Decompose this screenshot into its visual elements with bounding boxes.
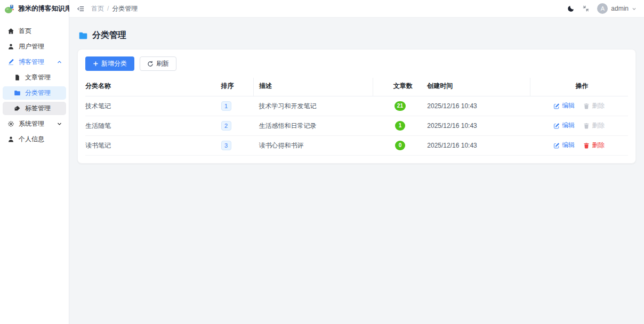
header-actions: 操作 xyxy=(530,78,628,96)
article-count-badge: 1 xyxy=(395,121,405,131)
sidebar-item-label: 用户管理 xyxy=(19,42,44,51)
blog-icon xyxy=(7,59,14,66)
edit-icon xyxy=(553,123,560,129)
trash-icon xyxy=(583,103,590,109)
article-count-badge: 0 xyxy=(395,141,405,150)
delete-button[interactable]: 删除 xyxy=(583,141,605,150)
sidebar-item-label: 个人信息 xyxy=(19,135,44,144)
chevron-down-icon xyxy=(632,6,637,11)
folder-icon xyxy=(13,90,21,96)
main-content: 分类管理 新增分类 刷新 分 xyxy=(69,18,644,324)
edit-label: 编辑 xyxy=(562,141,575,150)
edit-icon xyxy=(553,142,560,149)
chevron-down-icon xyxy=(57,122,62,126)
home-icon xyxy=(7,28,14,35)
app-title: 雅米的博客知识库 xyxy=(18,4,71,13)
sidebar-item-label: 分类管理 xyxy=(25,88,51,98)
edit-icon xyxy=(553,103,560,109)
add-category-label: 新增分类 xyxy=(101,59,127,68)
edit-label: 编辑 xyxy=(562,101,575,110)
sidebar: 雅米的博客知识库 首页 用户管理 博客管理 xyxy=(0,0,69,324)
table-row: 读书笔记 3 读书心得和书评 0 2025/12/16 10:43 编辑 xyxy=(85,136,628,156)
category-description: 生活感悟和日常记录 xyxy=(254,116,373,136)
category-description: 读书心得和书评 xyxy=(254,136,373,156)
edit-label: 编辑 xyxy=(562,121,575,130)
user-icon xyxy=(7,43,14,50)
plus-icon xyxy=(93,61,99,67)
sidebar-item-articles[interactable]: 文章管理 xyxy=(3,71,66,84)
header-description: 描述 xyxy=(254,78,373,96)
sidebar-item-label: 文章管理 xyxy=(25,73,51,82)
user-icon xyxy=(7,136,14,143)
folder-icon xyxy=(78,31,88,40)
order-badge: 1 xyxy=(221,101,231,111)
edit-button[interactable]: 编辑 xyxy=(553,141,575,150)
sidebar-item-home[interactable]: 首页 xyxy=(3,25,66,38)
refresh-button[interactable]: 刷新 xyxy=(140,56,176,71)
category-name: 读书笔记 xyxy=(85,136,221,156)
sidebar-item-label: 系统管理 xyxy=(19,119,44,128)
header-created: 创建时间 xyxy=(427,78,530,96)
user-menu[interactable]: A admin xyxy=(597,3,637,14)
table-header-row: 分类名称 排序 描述 文章数 创建时间 操作 xyxy=(85,78,628,96)
trash-icon xyxy=(583,123,590,129)
refresh-label: 刷新 xyxy=(156,59,169,68)
fullscreen-icon[interactable] xyxy=(582,5,590,12)
logo-mascot-icon xyxy=(4,4,15,14)
trash-icon xyxy=(583,142,590,149)
avatar: A xyxy=(597,3,608,14)
header-count: 文章数 xyxy=(373,78,428,96)
header-order: 排序 xyxy=(221,78,254,96)
gear-icon xyxy=(7,120,14,127)
refresh-icon xyxy=(147,61,154,67)
created-time: 2025/12/16 10:43 xyxy=(427,116,530,136)
created-time: 2025/12/16 10:43 xyxy=(427,96,530,116)
sidebar-item-system[interactable]: 系统管理 xyxy=(3,117,66,131)
app-logo: 雅米的博客知识库 xyxy=(0,0,69,18)
category-name: 技术笔记 xyxy=(85,96,221,116)
delete-label: 删除 xyxy=(592,121,605,130)
delete-button: 删除 xyxy=(583,121,605,130)
delete-button: 删除 xyxy=(583,101,605,110)
header-name: 分类名称 xyxy=(85,78,221,96)
username: admin xyxy=(611,5,629,12)
order-badge: 2 xyxy=(221,121,231,131)
topbar: 首页 / 分类管理 A admin xyxy=(69,0,644,18)
edit-button[interactable]: 编辑 xyxy=(553,121,575,130)
edit-button[interactable]: 编辑 xyxy=(553,101,575,110)
sidebar-item-users[interactable]: 用户管理 xyxy=(3,40,66,53)
chevron-up-icon xyxy=(57,60,62,64)
document-icon xyxy=(13,74,21,81)
category-table: 分类名称 排序 描述 文章数 创建时间 操作 技术笔记 1 技术学习和开发笔记 xyxy=(85,78,628,156)
created-time: 2025/12/16 10:43 xyxy=(427,136,530,156)
breadcrumb-separator: / xyxy=(107,5,109,12)
page-title: 分类管理 xyxy=(92,30,126,41)
sidebar-item-label: 标签管理 xyxy=(25,104,51,113)
category-name: 生活随笔 xyxy=(85,116,221,136)
delete-label: 删除 xyxy=(592,101,605,110)
sidebar-item-label: 博客管理 xyxy=(19,58,44,67)
tag-icon xyxy=(13,105,21,112)
category-description: 技术学习和开发笔记 xyxy=(254,96,373,116)
sidebar-item-categories[interactable]: 分类管理 xyxy=(3,86,66,100)
app-window: 雅米的博客知识库 首页 用户管理 博客管理 xyxy=(0,0,644,324)
sidebar-menu: 首页 用户管理 博客管理 文章 xyxy=(0,18,69,148)
breadcrumb: 首页 / 分类管理 xyxy=(91,4,138,13)
dark-mode-icon[interactable] xyxy=(567,5,575,12)
sidebar-collapse-icon[interactable] xyxy=(77,5,85,13)
breadcrumb-current: 分类管理 xyxy=(112,4,138,13)
sidebar-item-profile[interactable]: 个人信息 xyxy=(3,133,66,146)
add-category-button[interactable]: 新增分类 xyxy=(85,56,134,71)
table-row: 生活随笔 2 生活感悟和日常记录 1 2025/12/16 10:43 编辑 xyxy=(85,116,628,136)
table-row: 技术笔记 1 技术学习和开发笔记 21 2025/12/16 10:43 编辑 xyxy=(85,96,628,116)
breadcrumb-home[interactable]: 首页 xyxy=(91,4,104,13)
order-badge: 3 xyxy=(221,141,231,150)
sidebar-item-tags[interactable]: 标签管理 xyxy=(3,102,66,115)
sidebar-item-blog[interactable]: 博客管理 xyxy=(3,55,66,69)
category-card: 新增分类 刷新 分类名称 排序 描述 文章数 xyxy=(77,49,636,164)
sidebar-item-label: 首页 xyxy=(19,27,31,36)
article-count-badge: 21 xyxy=(395,101,406,111)
delete-label: 删除 xyxy=(592,141,605,150)
